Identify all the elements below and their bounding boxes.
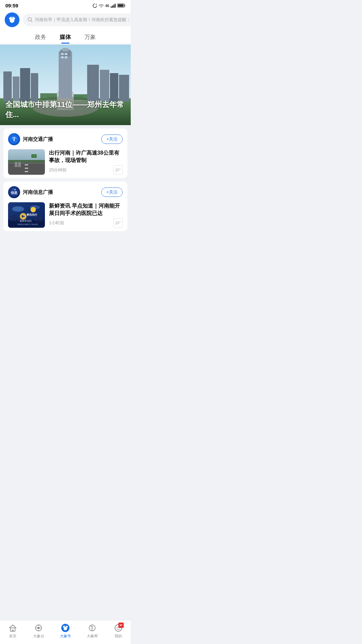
news-title-traffic: 出行河南｜许广高速38公里有事故，现场管制 xyxy=(49,149,123,164)
status-icons: 46 xyxy=(93,3,125,8)
search-placeholder: 河南你早｜甲流进入高发期！河南疾控紧急提醒；... xyxy=(35,17,131,23)
news-time-traffic: 25分钟前 xyxy=(49,167,67,173)
svg-rect-62 xyxy=(39,214,42,221)
svg-rect-31 xyxy=(61,56,64,58)
news-content-info: 新鲜资讯 早点知道｜河南能开展日间手术的医院已达 1小时前 xyxy=(49,202,123,228)
more-icon-info[interactable] xyxy=(113,218,123,228)
app-logo[interactable] xyxy=(5,12,19,27)
tab-world[interactable]: 万象 xyxy=(84,33,96,44)
svg-rect-2 xyxy=(113,5,114,8)
channel-header-traffic: 河南交通广播 +关注 xyxy=(8,133,123,145)
status-bar: 09:59 46 xyxy=(0,0,131,10)
channel-name-info: 河南信息广播 xyxy=(23,189,53,196)
news-thumb-traffic xyxy=(8,149,45,175)
follow-button-traffic[interactable]: +关注 xyxy=(101,135,123,144)
svg-point-56 xyxy=(31,207,36,212)
svg-rect-61 xyxy=(35,216,38,221)
svg-rect-33 xyxy=(40,93,57,100)
svg-point-10 xyxy=(10,17,12,18)
channel-logo-info: 信息 广播 xyxy=(8,186,20,198)
svg-text:信息: 信息 xyxy=(10,191,18,195)
svg-rect-47 xyxy=(115,169,121,169)
channel-info-traffic: 河南交通广播 xyxy=(8,133,53,145)
news-title-info: 新鲜资讯 早点知道｜河南能开展日间手术的医院已达 xyxy=(49,202,123,217)
news-content-traffic: 出行河南｜许广高速38公里有事故，现场管制 25分钟前 xyxy=(49,149,123,175)
more-icon-traffic[interactable] xyxy=(113,165,123,175)
svg-rect-41 xyxy=(25,171,28,172)
news-item-info[interactable]: 资讯先行 新鲜早点到 FM105.6 FM97.5 7:00-8:00 新鲜资讯… xyxy=(8,202,123,230)
svg-text:FM105.6  FM97.5  7:00-8:00: FM105.6 FM97.5 7:00-8:00 xyxy=(17,223,38,225)
svg-rect-27 xyxy=(110,73,118,102)
status-time: 09:59 xyxy=(5,3,18,8)
battery-icon xyxy=(117,3,125,8)
svg-point-54 xyxy=(12,206,24,212)
tab-media[interactable]: 媒体 xyxy=(60,33,71,44)
svg-rect-70 xyxy=(115,224,118,225)
news-meta-info: 1小时前 xyxy=(49,218,123,228)
news-meta-traffic: 25分钟前 xyxy=(49,165,123,175)
svg-rect-0 xyxy=(111,6,112,8)
svg-rect-26 xyxy=(100,70,109,102)
svg-rect-44 xyxy=(32,155,36,157)
svg-rect-6 xyxy=(118,4,124,7)
header: 河南你早｜甲流进入高发期！河南疾控紧急提醒；... xyxy=(0,10,131,31)
svg-rect-58 xyxy=(10,216,12,221)
svg-rect-24 xyxy=(62,48,68,51)
svg-rect-68 xyxy=(115,222,121,222)
content-area: 河南交通广播 +关注 xyxy=(0,125,131,234)
wifi-icon xyxy=(99,4,104,8)
svg-rect-21 xyxy=(31,73,38,102)
tab-politics[interactable]: 政务 xyxy=(35,33,46,44)
svg-text:资讯先行: 资讯先行 xyxy=(26,213,38,216)
channel-logo-traffic xyxy=(8,133,20,145)
search-bar[interactable]: 河南你早｜甲流进入高发期！河南疾控紧急提醒；... xyxy=(23,13,131,26)
signal-icon xyxy=(111,4,116,8)
channel-card-info: 信息 广播 河南信息广播 +关注 xyxy=(3,181,127,231)
svg-point-11 xyxy=(12,17,14,18)
svg-rect-45 xyxy=(15,162,17,167)
channel-header-info: 信息 广播 河南信息广播 +关注 xyxy=(8,186,123,198)
svg-rect-39 xyxy=(25,164,28,165)
channel-name-traffic: 河南交通广播 xyxy=(23,136,53,143)
svg-text:新鲜早点到: 新鲜早点到 xyxy=(20,220,32,222)
svg-rect-48 xyxy=(115,170,119,171)
svg-rect-20 xyxy=(20,68,30,102)
nav-tabs: 政务 媒体 万象 xyxy=(0,31,131,44)
svg-rect-40 xyxy=(25,168,28,169)
svg-rect-34 xyxy=(74,94,87,100)
news-thumb-info: 资讯先行 新鲜早点到 FM105.6 FM97.5 7:00-8:00 xyxy=(8,202,45,228)
search-icon xyxy=(27,17,33,22)
channel-card-traffic: 河南交通广播 +关注 xyxy=(3,128,127,178)
hero-title: 全国城市中排第11位——郑州去年常住... xyxy=(5,100,125,120)
hero-banner[interactable]: 全国城市中排第11位——郑州去年常住... xyxy=(0,45,131,125)
svg-rect-18 xyxy=(3,71,12,102)
svg-text:广播: 广播 xyxy=(12,189,16,191)
svg-rect-25 xyxy=(87,65,99,102)
svg-rect-32 xyxy=(65,56,67,58)
svg-rect-69 xyxy=(115,223,119,224)
follow-button-info[interactable]: +关注 xyxy=(101,187,123,197)
svg-rect-46 xyxy=(18,162,21,167)
svg-rect-28 xyxy=(119,75,129,102)
svg-rect-59 xyxy=(13,215,16,221)
svg-rect-3 xyxy=(115,4,116,8)
news-time-info: 1小时前 xyxy=(49,220,64,226)
svg-rect-29 xyxy=(61,53,64,55)
svg-rect-30 xyxy=(65,53,67,55)
news-item-traffic[interactable]: 出行河南｜许广高速38公里有事故，现场管制 25分钟前 xyxy=(8,149,123,177)
network-type: 46 xyxy=(105,4,109,8)
svg-rect-49 xyxy=(115,171,118,172)
channel-info-info: 信息 广播 河南信息广播 xyxy=(8,186,53,198)
svg-rect-42 xyxy=(8,160,45,163)
svg-rect-1 xyxy=(112,5,113,8)
refresh-icon xyxy=(93,3,97,8)
svg-rect-19 xyxy=(13,76,19,102)
svg-rect-5 xyxy=(125,5,125,6)
